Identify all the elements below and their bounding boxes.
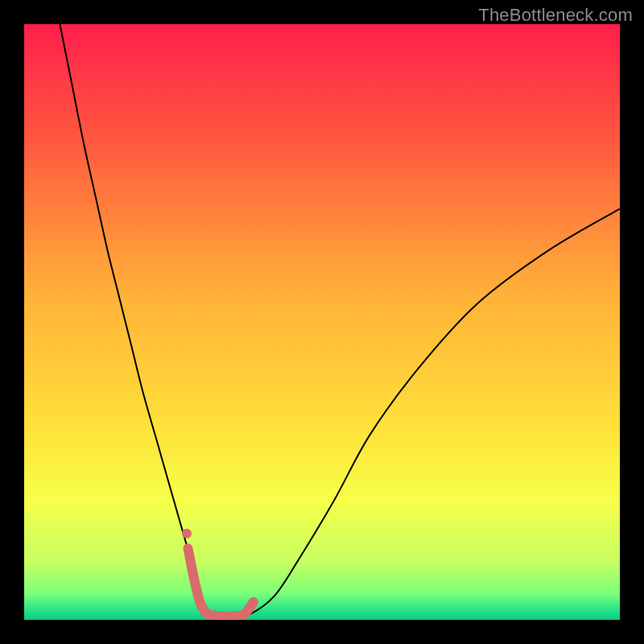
highlight-band	[188, 548, 254, 617]
chart-frame: TheBottleneck.com	[0, 0, 644, 644]
highlight-dot	[182, 529, 192, 539]
watermark-text: TheBottleneck.com	[478, 5, 633, 26]
bottleneck-curve	[60, 24, 620, 617]
curve-layer	[24, 24, 620, 620]
plot-area	[24, 24, 620, 620]
